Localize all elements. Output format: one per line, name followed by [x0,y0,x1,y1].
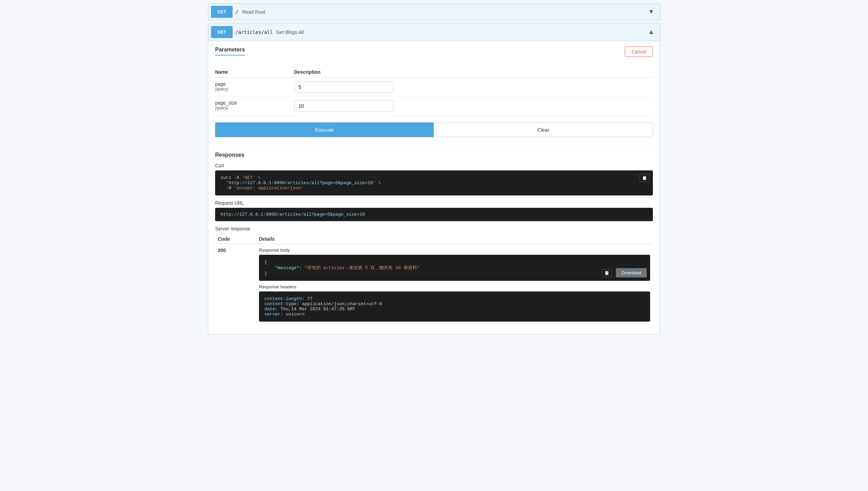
code-column-header: Code [215,234,256,244]
parameters-title: Parameters [215,47,245,56]
responses-title: Responses [215,152,653,158]
download-button[interactable]: Download [616,268,647,277]
param-page-input[interactable] [294,81,394,93]
response-body-line3: } [264,271,645,276]
param-pagesize-name: page_size [215,100,294,106]
response-headers-label: Response headers [259,284,650,289]
expanded-panel: GET /articles/all Get Blogs All ▲ Cancel… [208,23,660,334]
param-name-header: Name [215,67,294,78]
expanded-endpoint-desc: Get Blogs All [276,29,643,35]
response-headers-block: content-length: 77 content-type: applica… [259,291,650,322]
parameters-table: Name Description page (query) [215,67,653,116]
response-header-content-type: content-type: application/json;charset=u… [264,301,645,307]
server-response-table: Code Details 200 Response body { [215,234,653,325]
collapsed-endpoint-path: / [235,9,238,15]
curl-line2: 'http://127.0.0.1:8000/articles/all?page… [221,180,647,185]
response-header-content-length: content-length: 77 [264,296,645,301]
response-body-line1: { [264,260,645,265]
param-page-type: (query) [215,87,294,92]
request-url-label: Request URL [215,200,653,206]
expanded-endpoint-path: /articles/all [235,29,273,35]
request-url-block: http://127.0.0.1:8000/articles/all?page=… [215,208,653,221]
parameters-section: Cancel Parameters Name Description page … [208,41,660,146]
curl-copy-button[interactable]: 📋 [640,174,649,182]
curl-code-block: curl -X 'GET' \ 'http://127.0.0.1:8000/a… [215,170,653,195]
param-page-name: page [215,81,294,87]
collapsed-endpoint-desc: Read Root [242,9,643,15]
curl-line3: -H 'accept: application/json' [221,185,647,191]
request-url-value: http://127.0.0.1:8000/articles/all?page=… [221,212,365,217]
response-body-label: Response body [259,248,650,253]
details-column-header: Details [256,234,653,244]
response-header-server: server: uvicorn [264,312,645,317]
server-response-row-200: 200 Response body { "message": "所有的 arti… [215,244,653,325]
expanded-method-badge[interactable]: GET [211,26,233,38]
server-response-label: Server response [215,226,653,231]
clear-button[interactable]: Clear [434,122,653,137]
curl-label: Curl [215,163,653,168]
curl-line1: curl -X 'GET' \ [221,175,647,180]
execute-button[interactable]: Execute [215,122,434,137]
response-body-line2: "message": "所有的 articles：來自第 5 頁，總共有 10 … [264,265,645,271]
expanded-toggle-icon[interactable]: ▲ [643,25,660,39]
param-pagesize-input[interactable] [294,100,394,112]
action-buttons: Execute Clear [215,122,653,137]
param-row-page: page (query) [215,78,653,97]
expanded-endpoint-header[interactable]: GET /articles/all Get Blogs All ▲ [208,23,660,41]
param-desc-header: Description [294,67,653,78]
response-body-block: { "message": "所有的 articles：來自第 5 頁，總共有 1… [259,255,650,281]
collapsed-method-badge[interactable]: GET [211,6,233,18]
responses-section: Responses Curl curl -X 'GET' \ 'http://1… [208,146,660,334]
response-header-date: date: Thu,14 Mar 2024 01:47:25 GMT [264,307,645,312]
cancel-button[interactable]: Cancel [625,47,653,57]
response-code: 200 [218,248,226,253]
param-pagesize-type: (query) [215,106,294,110]
response-body-copy-button[interactable]: 📋 [602,269,612,277]
collapsed-endpoint-row[interactable]: GET / Read Root ▼ [208,3,660,20]
body-actions: 📋 Download [602,268,647,277]
param-row-page-size: page_size (query) [215,97,653,116]
collapsed-toggle-icon[interactable]: ▼ [643,5,660,18]
